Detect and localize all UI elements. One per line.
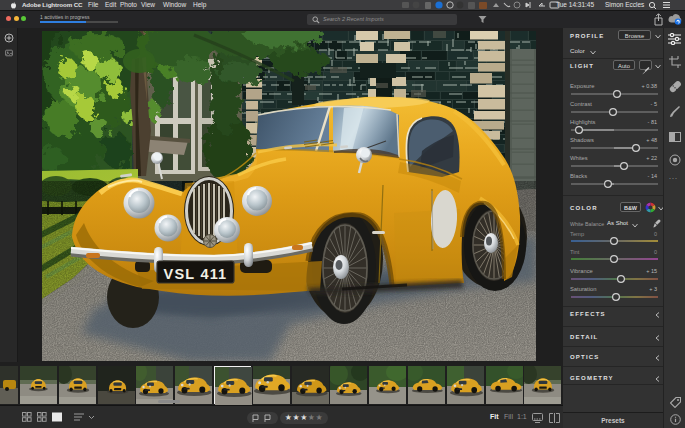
svg-text:VSL 411: VSL 411 (164, 266, 228, 282)
